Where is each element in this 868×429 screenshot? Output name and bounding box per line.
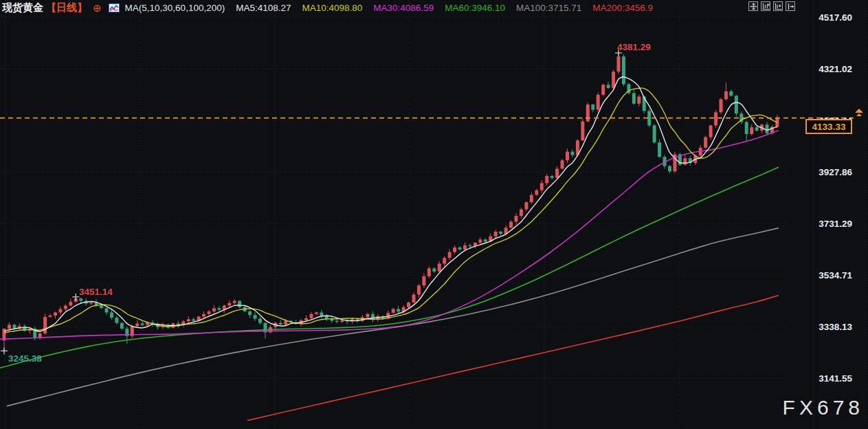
candles: [3, 53, 779, 351]
ma-legend-values: MA5:4108.27MA10:4098.80MA30:4086.59MA60:…: [225, 3, 653, 13]
price-annotation-1: 3451.14: [79, 287, 113, 297]
last-price-value: 4133.33: [812, 122, 846, 132]
y-axis-label: 3534.71: [794, 270, 852, 280]
y-axis-label: 3338.13: [794, 322, 852, 332]
symbol-title: 现货黄金: [2, 1, 43, 14]
timeframe-label[interactable]: 【日线】: [46, 1, 87, 14]
y-axis-label: 4321.02: [794, 64, 852, 74]
ma-value-0: MA5:4108.27: [236, 3, 291, 13]
ma-line-ma10: [4, 88, 777, 333]
indicator-chart-icon[interactable]: [109, 3, 120, 12]
axis-scale-right-icon[interactable]: [773, 1, 783, 11]
candlestick-chart[interactable]: [0, 0, 868, 429]
y-axis-label: 3731.29: [794, 219, 852, 229]
price-annotation-2: 3245.38: [8, 353, 42, 364]
y-axis-label: 4517.60: [794, 12, 852, 23]
ma-settings-label[interactable]: MA(5,10,30,60,100,200): [125, 3, 225, 13]
fx678-watermark: FX678: [783, 396, 864, 419]
y-axis-label: 3927.86: [794, 167, 852, 177]
ma-value-3: MA60:3946.10: [445, 3, 505, 13]
circle-plus-icon[interactable]: ⊕: [93, 3, 102, 13]
extreme-markers: [1, 50, 622, 354]
pan-forward-icon[interactable]: [786, 1, 795, 11]
axis-scale-left-icon[interactable]: [761, 1, 770, 11]
ma-line-ma5: [4, 77, 777, 331]
chart-toolbar: [748, 1, 795, 11]
price-up-arrow-icon: [854, 109, 864, 116]
ma-value-2: MA30:4086.59: [373, 3, 434, 13]
crosshair-move-icon[interactable]: [748, 1, 758, 11]
last-price-tag[interactable]: 4133.33: [805, 119, 852, 134]
ma-line-ma200: [247, 296, 779, 421]
grid: [0, 0, 865, 429]
y-axis-label: 3141.55: [794, 373, 852, 384]
ma-value-5: MA200:3456.9: [592, 3, 653, 13]
price-annotation-0: 4381.29: [617, 42, 651, 52]
chart-header: 现货黄金 【日线】 ⊕ MA(5,10,30,60,100,200) MA5:4…: [2, 0, 653, 15]
ma-value-4: MA100:3715.71: [516, 3, 581, 13]
ma-value-1: MA10:4098.80: [302, 3, 363, 13]
ma-line-ma60: [0, 167, 779, 368]
